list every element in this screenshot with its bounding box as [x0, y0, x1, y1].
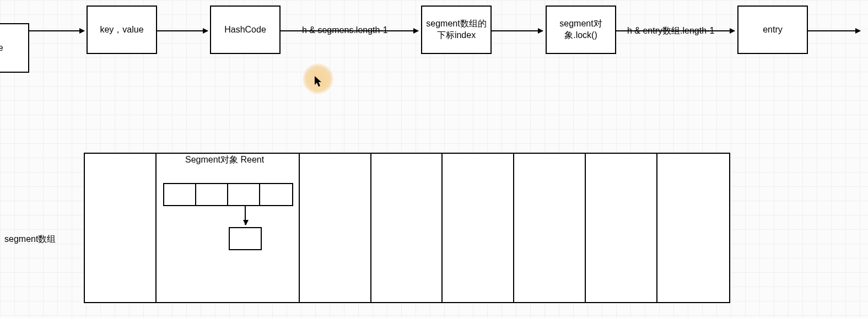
segment-cell-7[interactable]	[657, 154, 729, 302]
segment-cell-6[interactable]	[586, 154, 657, 302]
arrow-3	[492, 30, 543, 31]
node-put-partial-label: alue	[0, 42, 3, 54]
node-hashcode-label: HashCode	[224, 24, 266, 36]
node-segment-index-label: segment数组的下标index	[425, 18, 487, 41]
entry-cell-2[interactable]	[228, 184, 260, 205]
node-segment-lock-label: segment对象.lock()	[550, 18, 612, 41]
segment-cell-1[interactable]	[157, 154, 300, 302]
segment-array-label: segment数组	[4, 234, 56, 245]
node-entry[interactable]: entry	[737, 6, 808, 54]
arrow-2-label: h & segmens.length-1	[302, 25, 388, 35]
cursor-pointer-icon	[315, 76, 324, 90]
entry-cell-1[interactable]	[196, 184, 228, 205]
node-segment-index[interactable]: segment数组的下标index	[421, 6, 492, 54]
segment-cell-5[interactable]	[514, 154, 586, 302]
segment-cell-4[interactable]	[443, 154, 514, 302]
arrow-0	[29, 30, 84, 31]
segment-cell-3[interactable]	[371, 154, 443, 302]
node-key-value-label: key，value	[100, 24, 143, 36]
node-hashcode[interactable]: HashCode	[210, 6, 281, 54]
entry-to-node-arrow	[245, 205, 246, 225]
entry-array[interactable]	[163, 183, 293, 206]
arrow-1	[157, 30, 208, 31]
entry-cell-0[interactable]	[164, 184, 196, 205]
node-entry-label: entry	[763, 24, 783, 36]
segment-array-table[interactable]	[84, 153, 730, 303]
segment-cell-0[interactable]	[85, 154, 157, 302]
arrow-5	[808, 30, 860, 31]
entry-node-box[interactable]	[229, 227, 262, 250]
segment-cell-1-title: Segment对象 Reent	[185, 154, 264, 166]
node-segment-lock[interactable]: segment对象.lock()	[546, 6, 616, 54]
segment-cell-2[interactable]	[300, 154, 371, 302]
node-put-partial[interactable]: alue	[0, 23, 29, 73]
arrow-4-label: h & entry数组.length-1	[627, 25, 714, 37]
entry-cell-3[interactable]	[260, 184, 292, 205]
node-key-value[interactable]: key，value	[87, 6, 157, 54]
